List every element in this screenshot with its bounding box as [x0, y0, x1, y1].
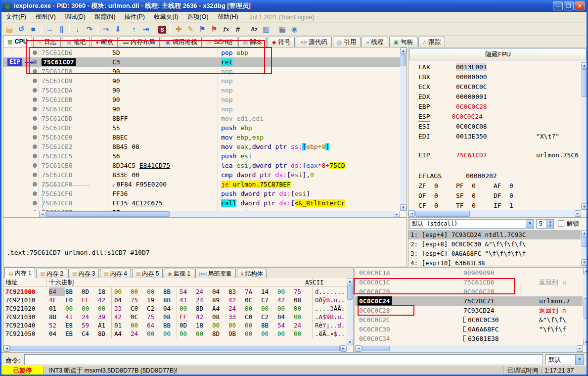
tab-内存布局[interactable]: ▬内存布局	[119, 37, 160, 47]
breakpoint-dot-icon[interactable]	[33, 182, 37, 187]
register-row[interactable]: EBX00000000	[408, 72, 581, 82]
dump-row[interactable]: 7C9210200100000033C0C204008DA42400000000…	[3, 304, 347, 313]
breakpoint-dot-icon[interactable]	[33, 126, 37, 130]
stack-row[interactable]: 0C0C0C1890909090	[355, 268, 583, 278]
tab-日志[interactable]: ✎日志	[33, 37, 61, 47]
breakpoint-dot-icon[interactable]	[33, 135, 37, 140]
register-row[interactable]: EDX00000001	[408, 92, 581, 102]
function-icon[interactable]: ƒx	[220, 24, 232, 35]
menu-item[interactable]: 文件(F)	[1, 12, 31, 21]
register-row[interactable]: ESI0C0C0C08	[408, 122, 581, 132]
breakpoint-gutter[interactable]	[3, 142, 39, 151]
stop-icon[interactable]: ■	[27, 24, 39, 35]
registers-hscrollbar[interactable]: ◄ ►	[408, 210, 581, 217]
argument-row[interactable]: 2: [esp+8] 0C0C0C30 &"\f\f\f\f\	[408, 239, 581, 249]
close-button[interactable]: ✕	[575, 1, 585, 10]
breakpoint-dot-icon[interactable]	[33, 88, 37, 93]
menu-item[interactable]: 调试(D)	[60, 12, 90, 21]
breakpoint-gutter[interactable]	[3, 104, 39, 114]
disasm-row[interactable]: 75C61CDA90nop	[3, 86, 400, 95]
register-row[interactable]: EBP0C0C0C28	[408, 102, 581, 112]
breakpoint-gutter[interactable]	[3, 151, 39, 161]
pause-icon[interactable]: ∥	[55, 24, 67, 35]
breakpoint-dot-icon[interactable]	[33, 116, 37, 121]
stack-row[interactable]: 0C0C0C3463681E38	[355, 334, 583, 343]
stack-vscrollbar[interactable]: ▲ ▼	[583, 268, 588, 345]
breakpoint-gutter[interactable]	[3, 198, 39, 208]
stack-row[interactable]: 0C0C0C1C75C61CD6返回到 u	[355, 278, 583, 287]
menu-item[interactable]: 收藏夹(I)	[149, 12, 182, 21]
dump-tab-内存 5[interactable]: ▤内存 5	[132, 269, 163, 278]
breakpoint-gutter[interactable]	[3, 180, 39, 189]
dump-hscrollbar[interactable]: ◄ ►	[3, 345, 347, 352]
menu-item[interactable]: 选项(O)	[182, 12, 213, 21]
breakpoint-dot-icon[interactable]	[33, 173, 37, 177]
disasm-row[interactable]: 75C61CE28B45 08mov eax,dword ptr ss:[ebp…	[3, 142, 400, 151]
arguments-vscrollbar[interactable]: ▲ ▼	[581, 230, 588, 266]
disasm-row[interactable]: 75C61CE68D34C5 E841CD75lea esi,dword ptr…	[3, 161, 400, 170]
dump-tab-局部变量[interactable]: [x=]局部变量	[195, 269, 236, 278]
stack-row[interactable]: 0C0C0C2C0C0C0C30&"\f\f\	[355, 315, 583, 325]
step-into-icon[interactable]: ↓	[72, 24, 84, 35]
stack-row[interactable]: 0C0C0C287C93CD24返回到 n	[355, 306, 583, 315]
open-file-icon[interactable]: ▤	[3, 24, 15, 35]
disasm-row[interactable]: 75C61CDD8BFFmov edi,edi	[3, 114, 400, 123]
tab-笔记[interactable]: ▤笔记	[62, 37, 90, 47]
step-out-icon[interactable]: ⇓	[112, 24, 124, 35]
strings-icon[interactable]: Az	[248, 24, 260, 35]
breakpoint-gutter[interactable]	[3, 86, 39, 95]
breakpoint-gutter[interactable]	[3, 133, 39, 142]
breakpoint-dot-icon[interactable]	[33, 107, 37, 111]
command-profile-select[interactable]: 默认 ▼	[545, 354, 584, 365]
breakpoint-dot-icon[interactable]	[33, 69, 37, 74]
calculator-icon[interactable]: ▦	[276, 24, 288, 35]
breakpoint-dot-icon[interactable]	[33, 191, 37, 196]
disasm-row[interactable]: 75C61CD990nop	[3, 76, 400, 86]
menu-item[interactable]: 帮助(H)	[213, 12, 242, 21]
registers-vscrollbar[interactable]: ▲ ▼	[581, 62, 588, 210]
stack-hscrollbar[interactable]: ◄ ►	[355, 345, 583, 352]
tab-断点[interactable]: ●断点	[91, 37, 118, 47]
menu-item[interactable]: 跟踪(N)	[90, 12, 120, 21]
breakpoint-dot-icon[interactable]	[33, 154, 37, 158]
tab-线程[interactable]: »线程	[362, 37, 388, 47]
register-row-eip[interactable]: EIP75C61CD7urlmon.75C6	[408, 150, 581, 160]
dump-tab-内存 1[interactable]: ▤内存 1	[4, 268, 35, 278]
dump-row[interactable]: 7C92104052E859A10100648B0D180000008B5424…	[3, 321, 347, 329]
scylla-icon[interactable]: S	[156, 24, 168, 35]
breakpoint-gutter[interactable]	[3, 48, 39, 57]
disasm-row[interactable]: 75C61CF6FF36push dword ptr ds:[esi]	[3, 189, 400, 198]
maximize-button[interactable]: ❐	[564, 1, 574, 10]
tab-CPU[interactable]: ▦CPU	[3, 36, 32, 47]
disasm-row[interactable]: 75C61CF8FF15 4C12C675call dword ptr ds:[…	[3, 198, 400, 208]
attach-icon[interactable]: ⇥	[140, 24, 152, 35]
calling-convention-select[interactable]: 默认 (stdcall) ▼	[409, 219, 534, 229]
breakpoint-gutter[interactable]	[3, 67, 39, 76]
tab-调用堆栈[interactable]: ▣调用堆栈	[161, 37, 201, 47]
minimize-button[interactable]: ─	[553, 1, 563, 10]
hash-icon[interactable]: #	[232, 24, 244, 35]
tab-符号[interactable]: ◆符号	[268, 37, 295, 47]
dump-tab-监视 1[interactable]: ◉监视 1	[164, 269, 194, 278]
dump-row[interactable]: 7C9210104FF0FF420475198B412489420CC74208…	[3, 296, 347, 304]
breakpoint-gutter[interactable]	[3, 170, 39, 180]
dump-tab-内存 4[interactable]: ▤内存 4	[100, 269, 131, 278]
stack-row[interactable]: 0C0C0C2475C7BC71urlmon.7	[355, 296, 583, 306]
execute-till-return-icon[interactable]: ↑	[128, 24, 140, 35]
breakpoint-gutter[interactable]	[3, 76, 39, 86]
tab-脚本[interactable]: ▤脚本	[238, 37, 267, 47]
disasm-row[interactable]: 75C61CD7C3ret	[3, 57, 400, 67]
disasm-vscrollbar[interactable]: ▲ ▼	[400, 47, 407, 211]
dump-tab-内存 2[interactable]: ▤内存 2	[36, 269, 67, 278]
breakpoint-dot-icon[interactable]	[33, 210, 37, 211]
run-to-user-code-icon[interactable]: ⇒	[100, 24, 112, 35]
stack-row[interactable]: 0C0C0C200C0C0C28	[355, 287, 583, 296]
dump-row[interactable]: 7C92105004EBC48DA424000000008D9B00000000…	[3, 329, 347, 338]
stack-row[interactable]: 0C0C0C300A6A68FC"\f\f\f	[355, 325, 583, 334]
breakpoint-gutter[interactable]	[3, 95, 39, 104]
bookmark-icon[interactable]: ⚑	[208, 24, 220, 35]
breakpoint-dot-icon[interactable]	[33, 163, 37, 168]
disasm-row[interactable]: 75C61CD65Dpop ebp	[3, 48, 400, 57]
disasm-row[interactable]: 75C61CDB90nop	[3, 95, 400, 104]
tab-句柄[interactable]: ▣句柄	[389, 37, 417, 47]
